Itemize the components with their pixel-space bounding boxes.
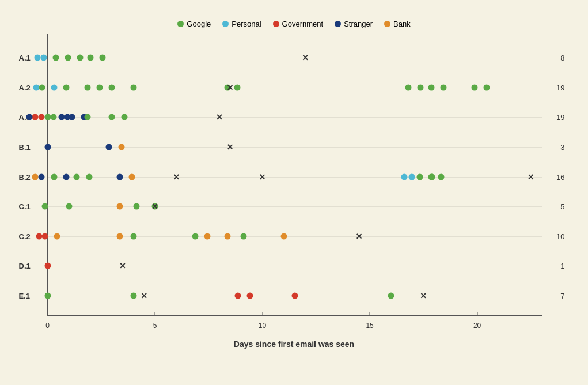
data-dot [133, 203, 139, 210]
x-tick-label: 0 [45, 322, 50, 330]
data-cross: × [227, 82, 233, 93]
stranger-dot-icon [335, 21, 341, 27]
data-dot [97, 84, 103, 90]
data-dot [44, 263, 51, 269]
x-axis-label: Days since first email was seen [47, 339, 542, 349]
data-cross: × [152, 201, 158, 212]
data-dot [100, 55, 106, 61]
data-dot [441, 84, 447, 90]
data-dot [65, 55, 71, 61]
row-label-c1: C.1 [19, 202, 31, 211]
legend-bank: Bank [384, 20, 411, 28]
data-dot [224, 233, 230, 239]
data-dot [234, 84, 241, 90]
government-dot-icon [273, 21, 279, 27]
data-cross: × [528, 172, 534, 182]
data-dot [241, 233, 247, 239]
data-dot [192, 233, 198, 239]
legend-google-label: Google [187, 20, 211, 28]
data-dot [44, 292, 51, 299]
data-dot [204, 233, 210, 239]
data-dot [51, 173, 57, 180]
data-dot [40, 55, 47, 61]
count-label-a2: 19 [556, 83, 564, 92]
data-dot [291, 292, 298, 299]
data-dot [69, 114, 75, 120]
data-dot [77, 55, 84, 61]
data-dot [38, 173, 44, 180]
data-dot [59, 114, 65, 120]
personal-dot-icon [222, 21, 229, 27]
legend-personal: Personal [222, 20, 261, 28]
data-dot [41, 233, 48, 239]
x-tick-label: 20 [473, 322, 481, 330]
legend-stranger: Stranger [335, 20, 373, 28]
legend-government-label: Government [282, 20, 324, 28]
data-dot [428, 173, 434, 180]
data-dot [471, 84, 477, 90]
data-dot [63, 173, 69, 180]
google-dot-icon [177, 21, 184, 27]
row-label-d1: D.1 [19, 262, 31, 270]
x-tick-label: 10 [259, 322, 266, 330]
data-dot [235, 292, 241, 299]
data-dot [41, 203, 48, 210]
data-cross: × [302, 52, 309, 63]
legend-google: Google [177, 20, 211, 28]
data-dot [129, 173, 135, 180]
data-dot [118, 144, 124, 150]
data-dot [428, 84, 434, 90]
data-dot [130, 292, 136, 299]
data-dot [54, 233, 60, 239]
data-dot [409, 173, 415, 180]
legend-stranger-label: Stranger [344, 20, 373, 28]
count-label-d1: 1 [560, 262, 564, 270]
x-tick-line [262, 312, 263, 315]
data-dot [50, 114, 56, 120]
data-dot [401, 173, 407, 180]
x-tick-line [370, 312, 370, 315]
data-dot [51, 84, 57, 90]
x-tick-line [155, 312, 155, 315]
row-label-e1: E.1 [19, 291, 31, 300]
data-dot [280, 233, 287, 239]
data-dot [63, 84, 69, 90]
data-cross: × [356, 231, 362, 241]
bank-dot-icon [384, 21, 390, 27]
count-label-a3: 19 [556, 113, 564, 122]
count-label-a1: 8 [560, 54, 564, 62]
data-dot [32, 173, 38, 180]
data-dot [247, 292, 253, 299]
data-dot [483, 84, 490, 90]
data-dot [388, 292, 394, 299]
data-cross: × [120, 261, 126, 271]
x-tick-line [477, 312, 477, 315]
data-cross: × [227, 142, 233, 152]
row-label-c2: C.2 [19, 232, 31, 240]
data-dot [417, 84, 423, 90]
legend: Google Personal Government Stranger Bank [47, 20, 542, 28]
data-dot [417, 173, 423, 180]
data-dot [405, 84, 411, 90]
data-cross: × [420, 290, 427, 301]
count-label-b2: 16 [556, 172, 564, 181]
data-dot [109, 114, 115, 120]
data-dot [109, 84, 115, 90]
data-dot [130, 84, 136, 90]
grid-line [48, 88, 542, 88]
row-label-b1: B.1 [19, 143, 31, 152]
data-cross: × [217, 112, 223, 122]
data-cross: × [259, 172, 265, 182]
row-label-a2: A.2 [19, 83, 31, 92]
x-tick-label: 5 [153, 322, 157, 330]
legend-personal-label: Personal [232, 20, 261, 28]
data-dot [85, 84, 91, 90]
row-label-b2: B.2 [19, 172, 31, 181]
data-cross: × [141, 290, 147, 301]
count-label-e1: 7 [560, 291, 564, 300]
data-dot [38, 114, 44, 120]
data-dot [106, 144, 112, 150]
data-dot [117, 173, 123, 180]
data-dot [34, 55, 40, 61]
data-dot [74, 173, 80, 180]
